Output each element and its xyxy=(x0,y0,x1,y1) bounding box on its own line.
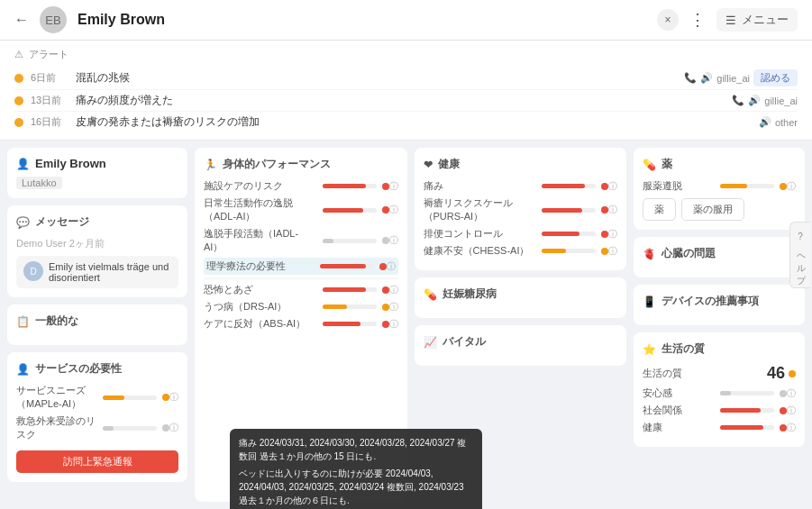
alerts-header: ⚠ アラート xyxy=(14,48,798,61)
diabetes-card: 💊 妊娠糖尿病 xyxy=(415,277,627,318)
mind-title: 心臓の問題 xyxy=(661,246,716,261)
patient-name: Emily Brown xyxy=(35,157,106,170)
health-bar xyxy=(542,208,596,213)
alert-meta-icon1: 🔊 xyxy=(759,116,771,128)
meds-header: 💊 薬 xyxy=(643,157,796,172)
alert-meta-user: other xyxy=(775,117,798,128)
info-icon: ⓘ xyxy=(389,301,398,314)
main-content: ⚠ アラート 6日前 混乱の兆候 📞 🔊 gillie_ai 認める 13日前 … xyxy=(0,41,812,509)
info-icon: ⓘ xyxy=(787,404,796,417)
info-icon: ⓘ xyxy=(389,180,398,193)
alert-row: 16日前 皮膚の発赤または褥瘡のリスクの増加 🔊 other xyxy=(14,112,798,132)
health-bar xyxy=(542,184,596,188)
qol-title: 生活の質 xyxy=(661,341,705,357)
qol-label: 健康 xyxy=(643,421,715,434)
alert-text: 混乱の兆候 xyxy=(76,70,684,86)
health-item: 痛み ⓘ xyxy=(424,179,618,193)
physical-label: 逸脱手段活動（IADL-AI） xyxy=(204,227,317,254)
physical-bar xyxy=(323,322,377,326)
health-label: 痛み xyxy=(424,179,537,193)
general-card: 📋 一般的な xyxy=(7,304,187,345)
physical-dot xyxy=(382,286,389,294)
menu-button[interactable]: ☰ メニュー xyxy=(716,8,798,32)
services-card: 👤 サービスの必要性 サービスニーズ（MAPLe-AI） ⓘ 救急外来受診のリス… xyxy=(7,352,187,482)
health-title: 健康 xyxy=(438,157,460,172)
alert-meta: 🔊 other xyxy=(759,116,798,128)
physical-item: 恐怖とあざ ⓘ xyxy=(204,283,398,296)
qol-bar xyxy=(720,425,774,430)
alert-meta-icon1: 📞 xyxy=(684,72,697,84)
page-title: Emily Brown xyxy=(78,12,646,28)
tooltip-line-2: ベッドに出入りするのに助けが必要 2024/04/03, 2024/04/03,… xyxy=(239,467,473,507)
left-column: 👤 Emily Brown Lutakko 💬 メッセージ Demo User … xyxy=(7,148,187,502)
alert-dot xyxy=(14,118,23,127)
meds-bar xyxy=(720,184,774,188)
qol-item: 安心感 ⓘ xyxy=(643,386,796,400)
close-button[interactable]: × xyxy=(657,9,679,31)
health-bar xyxy=(542,249,596,253)
meds-usage-button[interactable]: 薬の服用 xyxy=(681,198,744,221)
physical-label: 理学療法の必要性 xyxy=(206,259,315,273)
general-header: 📋 一般的な xyxy=(16,314,178,329)
qol-header: ⭐ 生活の質 xyxy=(643,341,796,357)
message-icon: 💬 xyxy=(16,216,30,229)
health-icon: ❤ xyxy=(424,159,433,171)
service-label: サービスニーズ（MAPLe-AI） xyxy=(16,384,97,411)
qol-bar xyxy=(720,391,774,395)
alert-row: 6日前 混乱の兆候 📞 🔊 gillie_ai 認める xyxy=(14,67,798,90)
more-options-icon[interactable]: ⋮ xyxy=(689,10,706,30)
alert-dot xyxy=(14,96,23,105)
diabetes-header: 💊 妊娠糖尿病 xyxy=(424,286,618,302)
service-status-dot xyxy=(162,394,169,401)
physical-dot xyxy=(382,321,389,328)
qol-value: 46 xyxy=(767,364,785,383)
physical-dot xyxy=(382,206,389,214)
health-dot xyxy=(601,183,608,190)
physical-label: 日常生活動作の逸脱（ADL-AI） xyxy=(204,196,317,223)
service-status-dot xyxy=(162,424,169,432)
physical-bar xyxy=(323,287,377,292)
message-avatar: D xyxy=(23,261,43,281)
physical-item: ケアに反対（ABS-AI） ⓘ xyxy=(204,317,398,331)
messages-card: 💬 メッセージ Demo User 2ヶ月前 D Emily ist vielm… xyxy=(7,205,187,297)
emergency-button[interactable]: 訪問上緊急通報 xyxy=(16,450,178,473)
physical-item: 逸脱手段活動（IADL-AI） ⓘ xyxy=(204,227,398,254)
info-icon: ⓘ xyxy=(387,260,396,273)
info-icon: ⓘ xyxy=(389,284,398,296)
alert-meta-user: gillie_ai xyxy=(716,73,750,84)
physical-item: うつ病（DRS-AI） ⓘ xyxy=(204,300,398,314)
alert-time: 13日前 xyxy=(31,94,76,107)
tooltip-line-1: 痛み 2024/03/31, 2024/03/30, 2024/03/28, 2… xyxy=(239,436,473,463)
back-button[interactable]: ← xyxy=(14,12,29,28)
services-icon: 👤 xyxy=(16,363,30,376)
qol-label: 社会関係 xyxy=(643,404,715,417)
message-bubble: D Emily ist vielmals träge und disorient… xyxy=(16,256,178,288)
diabetes-icon: 💊 xyxy=(424,288,437,301)
info-icon: ⓘ xyxy=(389,204,398,216)
alert-meta-icon2: 🔊 xyxy=(700,72,713,84)
meds-buttons: 薬 薬の服用 xyxy=(643,198,796,221)
health-item: 健康不安（CHESS-AI） ⓘ xyxy=(424,244,618,258)
alert-icon: ⚠ xyxy=(14,49,23,60)
devices-card: 📱 デバイスの推薦事項 xyxy=(634,285,805,325)
physical-dot xyxy=(379,263,387,270)
avatar: EB xyxy=(40,6,67,33)
topbar: ← EB Emily Brown × ⋮ ☰ メニュー xyxy=(0,0,812,41)
info-icon: ⓘ xyxy=(389,318,398,331)
health-label: 健康不安（CHESS-AI） xyxy=(424,244,537,258)
health-dot xyxy=(601,231,608,238)
info-icon: ⓘ xyxy=(389,234,398,247)
physical-item: 日常生活動作の逸脱（ADL-AI） ⓘ xyxy=(204,196,398,223)
qol-item: 社会関係 ⓘ xyxy=(643,404,796,417)
service-bar xyxy=(103,426,157,431)
devices-header: 📱 デバイスの推薦事項 xyxy=(643,294,796,309)
service-item: 救急外来受診のリスク ⓘ xyxy=(16,414,178,441)
acknowledge-button[interactable]: 認める xyxy=(753,69,798,86)
messages-title: メッセージ xyxy=(35,214,89,230)
physical-dot xyxy=(382,183,389,190)
content-grid: 👤 Emily Brown Lutakko 💬 メッセージ Demo User … xyxy=(0,141,812,509)
meds-button[interactable]: 薬 xyxy=(643,198,676,221)
qol-dot xyxy=(780,407,787,414)
info-icon: ⓘ xyxy=(608,180,617,193)
info-icon: ⓘ xyxy=(608,204,617,216)
